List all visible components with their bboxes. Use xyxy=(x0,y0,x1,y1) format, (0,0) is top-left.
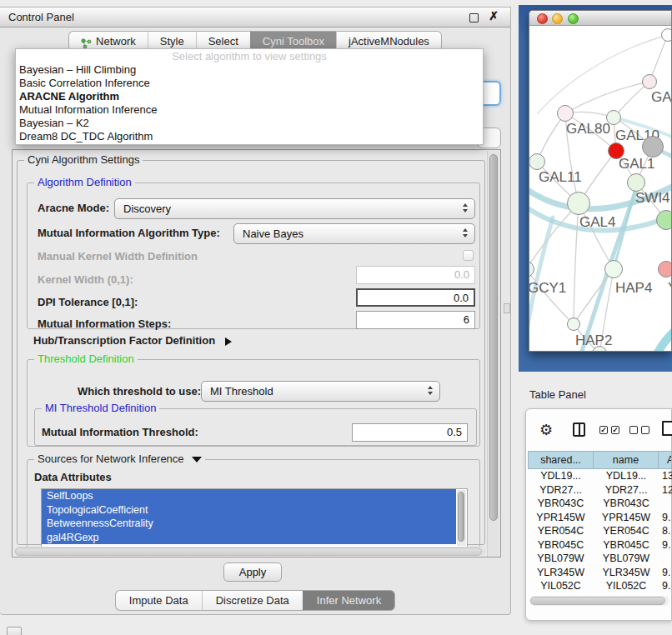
attribute-list-item[interactable]: BetweennessCentrality xyxy=(42,517,456,531)
table-row[interactable]: YPR145W YPR145W 9. xyxy=(528,511,672,525)
algorithm-option[interactable]: Dream8 DC_TDC Algorithm xyxy=(16,130,483,143)
network-tab-icon xyxy=(81,36,92,47)
bottom-tab[interactable]: Discretize Data xyxy=(202,590,303,611)
deselect-all-checkbox-icon[interactable] xyxy=(641,426,649,434)
table-cell: YER054C xyxy=(528,524,594,538)
table-cell: YER054C xyxy=(594,524,659,538)
apply-button[interactable]: Apply xyxy=(223,562,282,582)
network-window-titlebar[interactable] xyxy=(529,11,671,26)
table-row[interactable]: YBR043C YBR043C xyxy=(528,497,672,511)
algorithm-option[interactable]: Basic Correlation Inference xyxy=(16,77,483,90)
minimize-button-icon[interactable] xyxy=(552,13,563,24)
cyni-settings-panel: Cyni Algorithm Settings Algorithm Defini… xyxy=(12,149,501,558)
deselect-all-checkbox-icon[interactable] xyxy=(629,426,638,434)
table-cell: YIL052C xyxy=(528,579,594,593)
mi-algorithm-type-select[interactable]: Naive Bayes xyxy=(233,223,475,244)
which-threshold-select[interactable]: MI Threshold xyxy=(201,381,440,402)
table-cell: YLR345W xyxy=(594,566,659,580)
bottom-left-widget[interactable] xyxy=(7,627,22,635)
network-node-label: HAP2 xyxy=(575,332,612,349)
table-cell xyxy=(659,552,672,566)
zoom-button-icon[interactable] xyxy=(568,13,579,24)
algorithm-option[interactable]: Mutual Information Inference xyxy=(16,103,483,117)
algorithm-dropdown-popup: Select algorithm to view settings Bayesi… xyxy=(15,48,484,145)
list-vertical-scrollbar[interactable] xyxy=(457,490,466,546)
select-all-checkbox-icon[interactable]: ✓ xyxy=(611,426,619,434)
table-row[interactable]: YBR045C YBR045C 9. xyxy=(528,538,672,552)
network-node[interactable] xyxy=(606,110,621,125)
mi-algorithm-type-value: Naive Bayes xyxy=(243,228,303,240)
network-canvas[interactable]: GALGAL80GAL10GAL1GAL11GAL4SWI4GCY1HAP4YH… xyxy=(529,26,671,351)
table-column-header[interactable]: name xyxy=(594,452,659,468)
algorithm-option[interactable]: Bayesian – K2 xyxy=(16,117,483,130)
close-button-icon[interactable] xyxy=(537,13,548,24)
table-row[interactable]: YLR345W YLR345W 9. xyxy=(528,566,672,580)
algorithm-option[interactable]: ARACNE Algorithm xyxy=(16,90,483,103)
select-all-checkbox-icon[interactable]: ✓ xyxy=(599,426,608,434)
aracne-mode-select[interactable]: Discovery xyxy=(114,198,475,219)
table-row[interactable]: YDL19... YDL19... 13 xyxy=(528,469,672,483)
table-cell: YBR045C xyxy=(528,538,594,552)
network-node-label: GAL80 xyxy=(566,121,610,138)
network-node[interactable] xyxy=(661,28,671,42)
network-node[interactable] xyxy=(567,318,580,331)
mi-steps-field[interactable]: 6 xyxy=(356,311,475,329)
network-node[interactable] xyxy=(604,260,623,278)
table-header-row: shared...nameA xyxy=(528,451,672,469)
table-cell: YPR145W xyxy=(528,511,594,525)
network-node[interactable] xyxy=(529,261,534,278)
network-node[interactable] xyxy=(658,261,671,278)
table-cell: 12 xyxy=(659,483,672,498)
sources-toggle[interactable]: Sources for Network Inference xyxy=(34,452,205,465)
hub-section-toggle[interactable]: Hub/Transcription Factor Definition xyxy=(33,334,232,348)
network-node[interactable] xyxy=(642,136,664,158)
network-node[interactable] xyxy=(656,210,671,230)
network-node[interactable] xyxy=(567,192,590,215)
table-horizontal-scrollbar[interactable] xyxy=(529,596,669,606)
page-icon[interactable] xyxy=(662,421,672,436)
columns-icon[interactable] xyxy=(573,422,585,437)
panel-divider-handle[interactable] xyxy=(504,303,510,313)
dpi-tolerance-label: DPI Tolerance [0,1]: xyxy=(38,296,138,309)
dpi-tolerance-field[interactable]: 0.0 xyxy=(356,288,475,307)
panel-title: Control Panel xyxy=(8,8,74,27)
algorithm-option[interactable]: Bayesian – Hill Climbing xyxy=(16,63,483,77)
cyni-algorithm-settings-group: Cyni Algorithm Settings Algorithm Defini… xyxy=(17,160,485,545)
settings-vertical-scrollbar[interactable] xyxy=(487,151,499,557)
network-view-frame: GALGAL80GAL10GAL1GAL11GAL4SWI4GCY1HAP4YH… xyxy=(519,5,672,372)
table-panel: ⚙ ✓ ✓ shared...nameA YDL19... YDL19... 1… xyxy=(525,408,672,621)
table-row[interactable]: YIL052C YIL052C 9. xyxy=(528,579,672,593)
close-icon[interactable]: ✗ xyxy=(489,9,499,22)
table-row[interactable]: YDR27... YDR27... 12 xyxy=(528,483,672,498)
table-row[interactable]: YER054C YER054C 8. xyxy=(528,524,672,538)
cyni-toolbox-tab-bar: Impute DataDiscretize DataInfer Network xyxy=(0,590,510,611)
gear-icon[interactable]: ⚙ xyxy=(539,421,553,439)
stepper-arrows-icon xyxy=(463,228,468,238)
aracne-mode-label: Aracne Mode: xyxy=(38,202,109,215)
control-panel-titlebar: Control Panel ✗ xyxy=(0,8,510,28)
collapse-down-arrow-icon xyxy=(192,457,202,462)
network-node[interactable] xyxy=(529,153,545,170)
data-attributes-list[interactable]: SelfLoopsTopologicalCoefficientBetweenne… xyxy=(41,488,468,548)
attribute-list-item[interactable]: gal4RGexp xyxy=(42,531,456,545)
kernel-width-field[interactable]: 0.0 xyxy=(356,266,475,284)
mi-threshold-field[interactable]: 0.5 xyxy=(352,423,468,442)
table-cell: YIL052C xyxy=(594,579,659,593)
network-window[interactable]: GALGAL80GAL10GAL1GAL11GAL4SWI4GCY1HAP4YH… xyxy=(529,10,672,352)
group-title: Algorithm Definition xyxy=(34,176,135,188)
network-node[interactable] xyxy=(627,173,645,192)
attribute-list-item[interactable]: SelfLoops xyxy=(42,489,456,503)
manual-kernel-width-checkbox[interactable] xyxy=(463,250,474,261)
settings-horizontal-scrollbar[interactable] xyxy=(14,547,486,556)
network-node-label: SWI4 xyxy=(635,190,670,207)
network-node[interactable] xyxy=(642,74,657,89)
bottom-tab[interactable]: Infer Network xyxy=(303,590,395,611)
bottom-tab[interactable]: Impute Data xyxy=(115,590,202,611)
table-row[interactable]: YBL079W YBL079W xyxy=(528,552,672,566)
threshold-definition-group: Threshold Definition Which threshold to … xyxy=(27,359,480,447)
table-column-header[interactable]: A xyxy=(659,452,672,468)
float-window-icon[interactable] xyxy=(469,13,479,22)
network-node[interactable] xyxy=(557,105,574,122)
table-column-header[interactable]: shared... xyxy=(528,452,594,468)
attribute-list-item[interactable]: TopologicalCoefficient xyxy=(42,503,456,518)
